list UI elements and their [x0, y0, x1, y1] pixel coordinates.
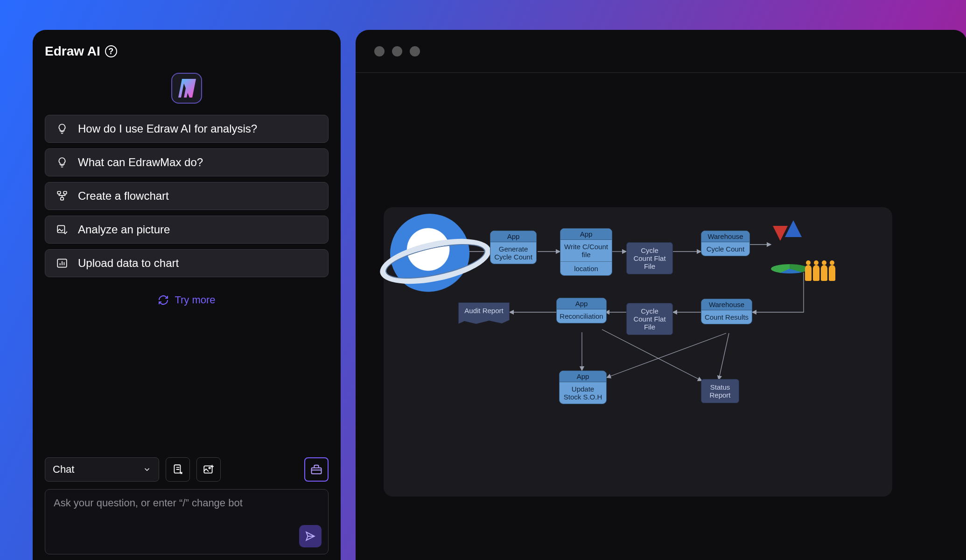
- app-logo-mark: [177, 79, 196, 98]
- window-titlebar: [356, 30, 966, 73]
- document-arrow-icon: [172, 463, 184, 476]
- new-doc-button[interactable]: [166, 457, 190, 482]
- node-label: Cycle Count Flat File: [633, 307, 665, 331]
- node-reconciliation[interactable]: App Reconciliation: [556, 298, 607, 323]
- node-footer: location: [560, 261, 612, 275]
- node-body: Write C/Count file: [560, 240, 612, 261]
- chevron-down-icon: [143, 465, 151, 474]
- node-body: Reconciliation: [557, 309, 606, 323]
- prompt-input[interactable]: Ask your question, or enter “/” change b…: [45, 489, 329, 554]
- tools-button[interactable]: [304, 457, 329, 482]
- node-status-report[interactable]: Status Report: [701, 379, 739, 403]
- sidebar-footer: Chat Ask your question, or enter “/” cha…: [45, 457, 329, 554]
- node-header: Warehouse: [701, 299, 752, 310]
- mode-select[interactable]: Chat: [45, 457, 159, 482]
- lightbulb-icon: [56, 156, 69, 169]
- node-generate-cycle-count[interactable]: App Generate Cycle Count: [490, 231, 537, 264]
- people-chart-clipart: [771, 222, 827, 278]
- suggestion-whatcan[interactable]: What can EdrawMax do?: [45, 148, 329, 176]
- node-body: Count Results: [701, 310, 752, 324]
- node-body: Update Stock S.O.H: [560, 382, 606, 404]
- node-header: App: [490, 231, 536, 242]
- refresh-icon: [158, 294, 169, 306]
- node-header: App: [557, 298, 606, 309]
- flowchart-icon: [56, 189, 69, 203]
- node-label: Status Report: [709, 383, 730, 399]
- lightbulb-icon: [56, 122, 69, 135]
- node-label: Audit Report: [464, 307, 503, 315]
- node-header: App: [560, 229, 612, 240]
- node-cycle-count[interactable]: Warehouse Cycle Count: [701, 231, 750, 256]
- suggestion-label: Analyze an picture: [78, 223, 170, 236]
- node-flatfile-1[interactable]: Cycle Count Flat File: [626, 242, 673, 274]
- svg-point-7: [209, 467, 210, 469]
- diagram-canvas[interactable]: App Generate Cycle Count App Write C/Cou…: [384, 207, 892, 497]
- mode-label: Chat: [53, 463, 74, 476]
- suggestion-analyze-image[interactable]: Analyze an picture: [45, 216, 329, 244]
- svg-rect-1: [63, 191, 67, 194]
- diagram-window: App Generate Cycle Count App Write C/Cou…: [356, 30, 966, 560]
- svg-rect-5: [174, 465, 180, 473]
- svg-rect-3: [57, 225, 64, 232]
- svg-rect-0: [57, 191, 61, 194]
- suggestion-list: How do I use Edraw AI for analysis? What…: [45, 115, 329, 277]
- help-icon[interactable]: ?: [105, 45, 117, 57]
- try-more-label: Try more: [175, 294, 215, 306]
- node-header: Warehouse: [701, 231, 749, 242]
- svg-rect-8: [312, 468, 322, 474]
- node-flatfile-2[interactable]: Cycle Count Flat File: [626, 303, 673, 335]
- node-body: Generate Cycle Count: [490, 242, 536, 264]
- send-button[interactable]: [299, 525, 322, 547]
- send-icon: [304, 530, 316, 542]
- image-plus-icon: [203, 463, 215, 476]
- try-more-button[interactable]: Try more: [45, 294, 329, 306]
- window-dot[interactable]: [392, 46, 402, 56]
- suggestion-analysis[interactable]: How do I use Edraw AI for analysis?: [45, 115, 329, 143]
- bar-chart-icon: [56, 257, 69, 270]
- suggestion-label: Create a flowchart: [78, 189, 169, 203]
- image-check-icon: [56, 223, 69, 236]
- sidebar-title: Edraw AI: [45, 44, 100, 59]
- suggestion-label: What can EdrawMax do?: [78, 156, 203, 169]
- suggestion-upload-data[interactable]: Upload data to chart: [45, 249, 329, 277]
- node-count-results[interactable]: Warehouse Count Results: [701, 299, 752, 324]
- node-update-stock[interactable]: App Update Stock S.O.H: [559, 371, 607, 404]
- suggestion-label: Upload data to chart: [78, 257, 179, 270]
- node-body: Cycle Count: [701, 242, 749, 256]
- toolbox-icon: [310, 463, 323, 476]
- globe-clipart: [390, 214, 469, 293]
- app-logo: [171, 73, 202, 104]
- node-label: Cycle Count Flat File: [633, 246, 665, 270]
- window-dot[interactable]: [374, 46, 385, 56]
- node-write-ccount[interactable]: App Write C/Count file location: [560, 228, 612, 276]
- window-dot[interactable]: [410, 46, 420, 56]
- node-header: App: [560, 371, 606, 382]
- sidebar-header: Edraw AI ?: [45, 44, 329, 59]
- ai-sidebar-panel: Edraw AI ? How do I use Edraw AI for ana…: [33, 30, 341, 560]
- prompt-placeholder: Ask your question, or enter “/” change b…: [54, 497, 243, 509]
- suggestion-label: How do I use Edraw AI for analysis?: [78, 122, 257, 135]
- svg-rect-2: [61, 197, 64, 200]
- suggestion-flowchart[interactable]: Create a flowchart: [45, 182, 329, 210]
- add-image-button[interactable]: [196, 457, 221, 482]
